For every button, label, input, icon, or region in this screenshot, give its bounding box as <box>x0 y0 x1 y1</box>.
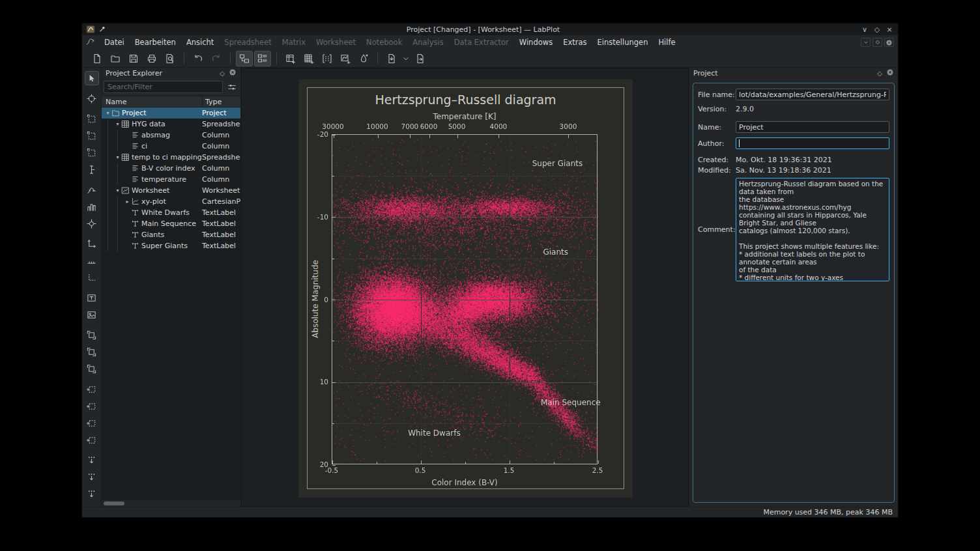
new-matrix-button[interactable] <box>319 51 336 66</box>
column-header-type[interactable]: Type <box>202 96 240 107</box>
search-input[interactable] <box>104 81 223 93</box>
expander-right-icon[interactable]: ▸ <box>124 199 131 205</box>
add-text-label-button[interactable] <box>85 290 99 305</box>
zoom-y-select-mode-button[interactable] <box>85 145 99 160</box>
select-mode-button[interactable] <box>85 71 99 85</box>
export-button[interactable] <box>412 51 429 66</box>
shift-up-y-button[interactable] <box>85 416 99 430</box>
titlebar[interactable]: Project [Changed] - [Worksheet] — LabPlo… <box>82 23 898 35</box>
tree-item-main-sequence[interactable]: Main SequenceTextLabel <box>102 218 240 229</box>
menu-bearbeiten[interactable]: Bearbeiten <box>130 36 181 49</box>
shift-left-x-button[interactable] <box>85 382 99 396</box>
menu-hilfe[interactable]: Hilfe <box>653 36 680 49</box>
add-histogram-button[interactable] <box>85 199 99 214</box>
tree-item-project[interactable]: ▾ProjectProject <box>102 107 240 119</box>
comment-textarea[interactable]: Hertzsprung-Russel diagram based on the … <box>736 178 889 281</box>
tree-item-temp-to-ci-mapping[interactable]: ▾temp to ci mappingSpreadsheet <box>102 152 240 163</box>
shift-right-x-button[interactable] <box>85 399 99 413</box>
new-spreadsheet-button[interactable] <box>300 51 317 66</box>
new-workbook-button[interactable] <box>282 51 299 66</box>
add-xy-curve-button[interactable] <box>85 182 99 197</box>
zoom-x-select-mode-button[interactable] <box>85 128 99 143</box>
author-input[interactable] <box>736 137 889 149</box>
print-button[interactable] <box>143 51 160 66</box>
menu-datei[interactable]: Datei <box>99 36 130 49</box>
crosshair-mode-button[interactable] <box>85 91 99 106</box>
tree-item-xy-plot[interactable]: ▸xy-plotCartesianPlot <box>102 196 240 207</box>
close-dock-icon[interactable] <box>886 68 894 78</box>
expander-down-icon[interactable]: ▾ <box>114 154 121 160</box>
top-axis-tick <box>410 135 411 138</box>
zoom-fit-button[interactable] <box>85 361 99 376</box>
import-button[interactable] <box>383 51 400 66</box>
tree-item-b-v-color-index[interactable]: B-V color indexColumn <box>102 163 240 174</box>
zoom-out-region-button[interactable] <box>85 345 99 359</box>
import-menu-button[interactable] <box>401 51 411 66</box>
undo-button[interactable] <box>190 51 207 66</box>
print-preview-button[interactable] <box>162 51 179 66</box>
dashbox-icon <box>87 401 96 411</box>
plot-annotation-super-giants[interactable]: Super Giants <box>532 159 583 168</box>
cursor-mode-button[interactable] <box>85 162 99 177</box>
zoom-in-region-button[interactable] <box>85 328 99 342</box>
auto-scale-x-button[interactable] <box>85 470 99 484</box>
new-worksheet-button[interactable] <box>337 51 354 66</box>
open-project-button[interactable] <box>107 51 124 66</box>
maximize-button[interactable]: ◇ <box>872 25 882 34</box>
name-input[interactable] <box>736 121 889 133</box>
tree-item-temperature[interactable]: temperatureColumn <box>102 174 240 185</box>
add-axis-left-button[interactable] <box>85 236 99 251</box>
tree-header[interactable]: Name Type <box>102 96 240 107</box>
top-axis-tick <box>429 135 430 138</box>
mdi-restore-button[interactable] <box>861 38 871 47</box>
close-dock-icon[interactable] <box>229 68 237 78</box>
float-dock-icon[interactable]: ◇ <box>220 70 225 77</box>
mdi-maximize-button[interactable] <box>872 38 882 47</box>
expander-down-icon[interactable]: ▾ <box>114 188 121 193</box>
tree-item-super-giants[interactable]: Super GiantsTextLabel <box>102 240 240 251</box>
auto-scale-y-button[interactable] <box>85 487 99 501</box>
worksheet-paper[interactable]: Hertzsprung–Russell diagram Temperature … <box>298 79 633 498</box>
x-axis-tick-label: 1.5 <box>504 466 515 474</box>
file-name-input[interactable] <box>736 89 889 100</box>
horizontal-scrollbar[interactable] <box>102 500 240 507</box>
color-maps-button[interactable] <box>355 51 372 66</box>
mdi-close-button[interactable] <box>884 38 894 47</box>
filter-options-icon[interactable] <box>225 81 238 93</box>
add-axis-custom-button[interactable] <box>85 270 99 285</box>
expander-down-icon[interactable]: ▾ <box>114 121 121 127</box>
tree-item-worksheet[interactable]: ▾WorksheetWorksheet <box>102 185 240 196</box>
plot-annotation-white-dwarfs[interactable]: White Dwarfs <box>408 429 461 438</box>
close-button[interactable]: × <box>885 25 894 34</box>
menu-extras[interactable]: Extras <box>558 36 592 49</box>
tree-item-ci[interactable]: ciColumn <box>102 141 240 152</box>
menu-einstellungen[interactable]: Einstellungen <box>592 36 654 49</box>
column-header-name[interactable]: Name <box>102 98 202 106</box>
new-project-button[interactable] <box>89 51 106 66</box>
auto-scale-all-button[interactable] <box>85 453 99 467</box>
toggle-project-explorer-button[interactable] <box>236 51 253 66</box>
expander-down-icon[interactable]: ▾ <box>104 110 111 116</box>
plot-annotation-main-sequence[interactable]: Main Sequence <box>541 398 601 407</box>
tree-item-absmag[interactable]: absmagColumn <box>102 130 240 141</box>
add-axis-bottom-button[interactable] <box>85 253 99 268</box>
scrollbar-thumb[interactable] <box>104 502 124 505</box>
zoom-select-mode-button[interactable] <box>85 111 99 126</box>
float-dock-icon[interactable]: ◇ <box>877 70 882 77</box>
add-data-picker-button[interactable] <box>85 216 99 231</box>
tree-item-hyg-data[interactable]: ▾HYG dataSpreadsheet <box>102 119 240 130</box>
tree-item-giants[interactable]: GiantsTextLabel <box>102 229 240 240</box>
tree-item-white-dwarfs[interactable]: White DwarfsTextLabel <box>102 207 240 218</box>
toggle-properties-explorer-button[interactable] <box>254 51 271 66</box>
pin-icon[interactable] <box>98 25 106 33</box>
tree-guide-line <box>108 229 108 240</box>
save-project-button[interactable] <box>125 51 142 66</box>
shift-down-y-button[interactable] <box>85 432 99 447</box>
y-axis-tick-label: 20 <box>298 460 328 468</box>
minimize-button[interactable]: ∨ <box>860 25 869 34</box>
plot-area[interactable]: Super GiantsGiantsMain SequenceWhite Dwa… <box>332 134 598 464</box>
menu-windows[interactable]: Windows <box>514 36 558 49</box>
add-image-button[interactable] <box>85 307 99 322</box>
plot-annotation-giants[interactable]: Giants <box>543 247 568 257</box>
menu-ansicht[interactable]: Ansicht <box>181 36 219 49</box>
